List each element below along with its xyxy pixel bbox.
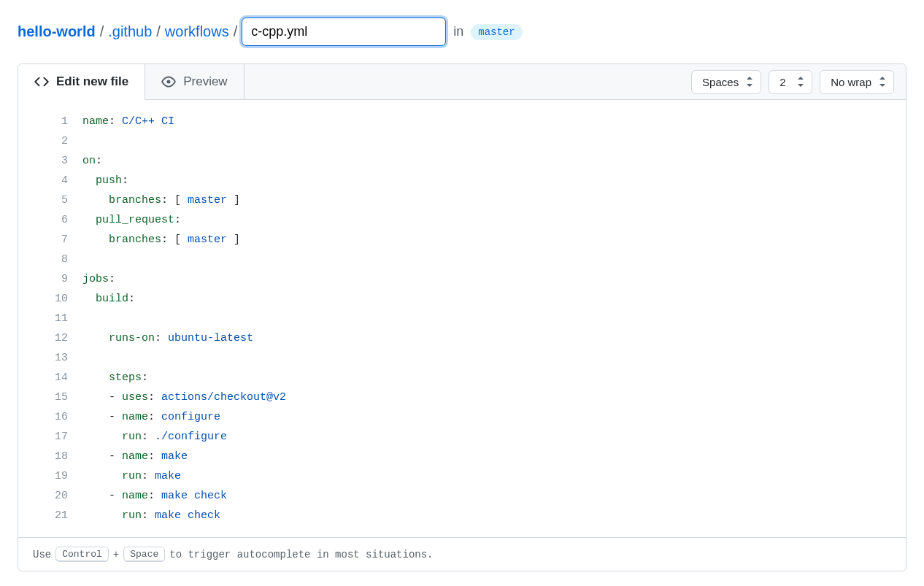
code-line[interactable]: pull_request: <box>82 210 906 230</box>
filename-input[interactable] <box>242 18 446 46</box>
line-number: 4 <box>18 171 68 190</box>
code-line[interactable]: name: C/C++ CI <box>82 112 906 131</box>
editor-box: Edit new file Preview Spaces 2 <box>18 63 906 571</box>
line-number: 7 <box>18 230 68 250</box>
line-number: 1 <box>18 112 68 131</box>
updown-icon <box>746 77 753 87</box>
indent-mode-select[interactable]: Spaces <box>691 70 761 94</box>
line-number: 13 <box>18 348 68 368</box>
code-icon <box>34 74 49 89</box>
code-line[interactable] <box>82 131 906 151</box>
path-separator: / <box>100 23 104 40</box>
code-line[interactable]: - name: configure <box>82 407 906 427</box>
eye-icon <box>161 74 176 89</box>
line-number: 3 <box>18 151 68 171</box>
code-line[interactable]: branches: [ master ] <box>82 230 906 250</box>
updown-icon <box>797 77 804 87</box>
line-number: 11 <box>18 309 68 328</box>
tab-preview-label: Preview <box>183 74 227 89</box>
code-line[interactable]: jobs: <box>82 269 906 289</box>
code-line[interactable]: runs-on: ubuntu-latest <box>82 328 906 348</box>
indent-size-select[interactable]: 2 <box>769 70 812 94</box>
line-number: 18 <box>18 447 68 466</box>
code-line[interactable]: run: make <box>82 466 906 486</box>
line-number: 21 <box>18 506 68 525</box>
code-line[interactable]: - name: make <box>82 447 906 466</box>
code-line[interactable] <box>82 348 906 368</box>
tab-edit-label: Edit new file <box>56 74 128 89</box>
path-separator: / <box>156 23 161 40</box>
hint-pre: Use <box>33 549 51 560</box>
branch-badge: master <box>471 24 522 40</box>
line-number: 6 <box>18 210 68 230</box>
line-number: 5 <box>18 190 68 210</box>
code-line[interactable]: steps: <box>82 368 906 388</box>
editor-settings: Spaces 2 No wrap <box>679 70 906 94</box>
line-number: 15 <box>18 388 68 407</box>
tab-bar: Edit new file Preview Spaces 2 <box>18 64 906 100</box>
line-number: 19 <box>18 466 68 486</box>
code-line[interactable]: - uses: actions/checkout@v2 <box>82 388 906 407</box>
hint-post: to trigger autocomplete in most situatio… <box>169 549 433 560</box>
kbd-space: Space <box>123 547 165 562</box>
path-segment-github[interactable]: .github <box>108 23 152 40</box>
code-line[interactable] <box>82 250 906 269</box>
code-line[interactable]: branches: [ master ] <box>82 190 906 210</box>
indent-size-value: 2 <box>779 76 785 88</box>
code-line[interactable]: on: <box>82 151 906 171</box>
wrap-mode-select[interactable]: No wrap <box>820 70 894 94</box>
hint-plus: + <box>113 549 119 560</box>
path-separator: / <box>234 23 238 40</box>
code-line[interactable]: - name: make check <box>82 486 906 506</box>
line-number: 17 <box>18 427 68 447</box>
tab-edit[interactable]: Edit new file <box>18 64 145 100</box>
code-line[interactable] <box>82 309 906 328</box>
line-number: 2 <box>18 131 68 151</box>
code-content[interactable]: name: C/C++ CI on: push: branches: [ mas… <box>82 112 906 525</box>
tab-preview[interactable]: Preview <box>145 64 244 99</box>
line-number: 9 <box>18 269 68 289</box>
kbd-control: Control <box>55 547 109 562</box>
autocomplete-hint: Use Control + Space to trigger autocompl… <box>18 537 906 571</box>
updown-icon <box>879 77 886 87</box>
path-segment-workflows[interactable]: workflows <box>165 23 229 40</box>
wrap-mode-value: No wrap <box>831 76 871 88</box>
line-number: 10 <box>18 289 68 309</box>
breadcrumb: hello-world / .github / workflows / in m… <box>18 0 906 63</box>
line-number: 14 <box>18 368 68 388</box>
line-number: 8 <box>18 250 68 269</box>
line-number: 16 <box>18 407 68 427</box>
in-label: in <box>453 24 463 39</box>
line-number: 20 <box>18 486 68 506</box>
line-number: 12 <box>18 328 68 348</box>
code-line[interactable]: push: <box>82 171 906 190</box>
code-line[interactable]: run: make check <box>82 506 906 525</box>
indent-mode-value: Spaces <box>702 76 739 88</box>
line-gutter: 123456789101112131415161718192021 <box>18 112 82 525</box>
code-line[interactable]: run: ./configure <box>82 427 906 447</box>
repo-link[interactable]: hello-world <box>18 23 96 40</box>
code-editor[interactable]: 123456789101112131415161718192021 name: … <box>18 100 906 537</box>
code-line[interactable]: build: <box>82 289 906 309</box>
